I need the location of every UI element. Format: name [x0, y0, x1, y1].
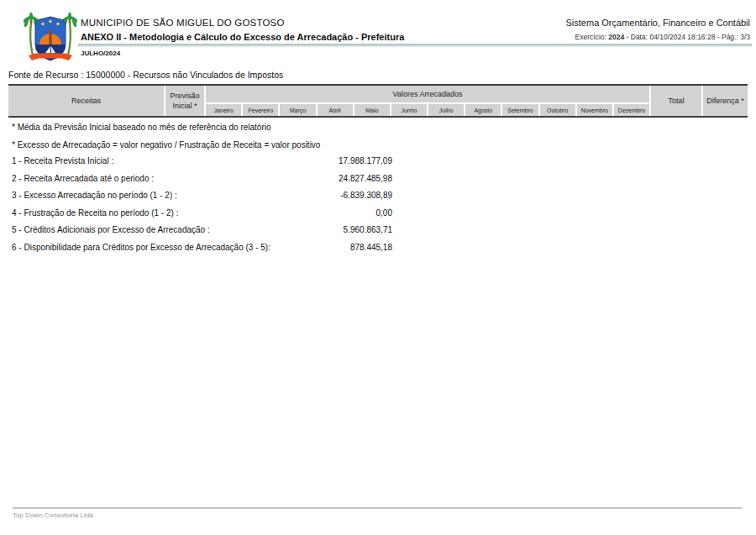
report-period: JULHO/2024 [81, 50, 120, 57]
summary-label: 4 - Frustração de Receita no período (1 … [12, 208, 178, 218]
valores-arrecadados-group: Valores Arrecadados Janeiro Fevereiro Ma… [206, 86, 649, 116]
footer-divider [13, 507, 742, 509]
note-excesso-frustracao: * Excesso de Arrecadação = valor negativ… [12, 140, 320, 149]
column-month-setembro: Setembro [502, 104, 538, 116]
column-month-junho: Junho [391, 104, 427, 116]
summary-label: 1 - Receita Prevista Inicial : [12, 156, 113, 165]
meta-rest: - Data: 04/10/2024 18:16:28 - Pág.: 3/3 [624, 33, 750, 41]
report-title: ANEXO II - Metodologia e Cálculo do Exce… [81, 32, 404, 42]
column-receitas: Receitas [8, 86, 164, 116]
report-page: MUNICIPIO DE SÃO MIGUEL DO GOSTOSO ANEXO… [0, 0, 756, 535]
summary-value: 878.445,18 [218, 243, 392, 252]
summary-row-1: 1 - Receita Prevista Inicial : 17.988.17… [0, 156, 756, 168]
summary-value: 17.988.177,09 [218, 156, 392, 165]
header-divider [78, 44, 752, 47]
summary-value: 24.827.485,98 [218, 174, 392, 183]
column-month-agosto: Agosto [465, 104, 501, 116]
footer-company: Top Down Consultoria Ltda. [13, 511, 95, 519]
exercicio-label: Exercício: [575, 33, 609, 41]
summary-value: 0,00 [218, 208, 392, 218]
revenues-table-header: Receitas Previsão Inicial * Valores Arre… [8, 84, 748, 118]
column-month-julho: Julho [428, 104, 464, 116]
summary-row-4: 4 - Frustração de Receita no período (1 … [0, 208, 756, 220]
column-valores-arrecadados: Valores Arrecadados [206, 86, 649, 102]
summary-label: 3 - Excesso Arrecadação no período (1 - … [12, 191, 177, 200]
column-month-outubro: Outubro [540, 104, 575, 116]
note-previsao-inicial: * Média da Previsão Inicial baseado no m… [12, 123, 271, 132]
column-month-dezembro: Dezembro [614, 104, 649, 116]
summary-row-6: 6 - Disponibilidade para Créditos por Ex… [0, 243, 756, 254]
fonte-de-recurso: Fonte de Recurso : 15000000 - Recursos n… [8, 70, 283, 80]
column-month-maio: Maio [354, 104, 390, 116]
summary-row-5: 5 - Créditos Adicionais por Excesso de A… [0, 225, 756, 237]
months-row: Janeiro Fevereiro Março Abril Maio Junho… [206, 104, 649, 116]
summary-row-2: 2 - Receita Arrecadada até o periodo : 2… [0, 174, 756, 186]
column-month-novembro: Novembro [577, 104, 612, 116]
exercicio-value: 2024 [608, 33, 624, 41]
system-name: Sistema Orçamentário, Financeiro e Contá… [566, 18, 750, 28]
summary-label: 5 - Créditos Adicionais por Excesso de A… [12, 225, 210, 234]
column-month-janeiro: Janeiro [206, 104, 241, 116]
summary-value: 5.960.863,71 [218, 225, 392, 234]
municipality-name: MUNICIPIO DE SÃO MIGUEL DO GOSTOSO [81, 18, 285, 28]
column-month-marco: Março [280, 104, 315, 116]
column-previsao-inicial: Previsão Inicial * [165, 86, 204, 116]
column-month-fevereiro: Fevereiro [243, 104, 278, 116]
column-month-abril: Abril [318, 104, 353, 116]
column-diferenca: Diferença * [703, 86, 748, 116]
summary-value: -6.839.308,89 [218, 191, 392, 200]
summary-row-3: 3 - Excesso Arrecadação no período (1 - … [0, 191, 756, 202]
report-meta: Exercício: 2024 - Data: 04/10/2024 18:16… [575, 33, 750, 41]
municipality-crest-logo [24, 9, 77, 66]
column-total: Total [651, 86, 701, 116]
summary-label: 2 - Receita Arrecadada até o periodo : [12, 174, 154, 183]
